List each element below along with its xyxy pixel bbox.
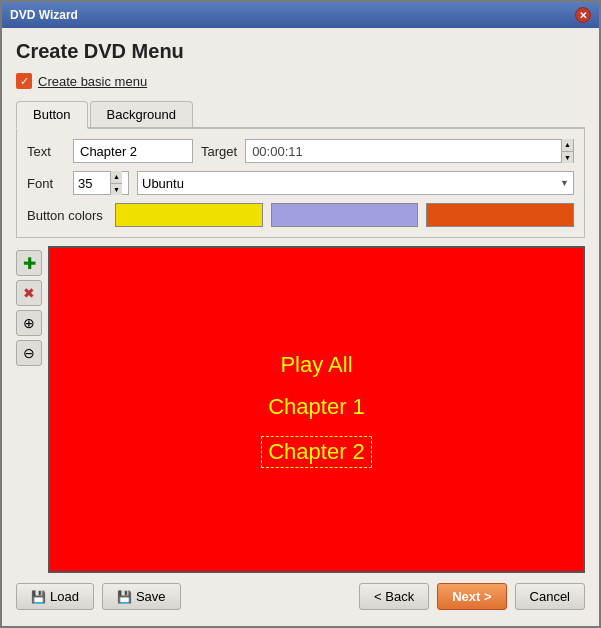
font-size-input[interactable] bbox=[74, 173, 110, 194]
next-label: Next > bbox=[452, 589, 491, 604]
zoom-out-tool[interactable]: ⊖ bbox=[16, 340, 42, 366]
text-input[interactable] bbox=[73, 139, 193, 163]
delete-button-tool[interactable]: ✖ bbox=[16, 280, 42, 306]
page-title: Create DVD Menu bbox=[16, 40, 585, 63]
target-label: Target bbox=[201, 144, 237, 159]
main-area: ✚ ✖ ⊕ ⊖ Play All Chapter 1 Chapter 2 bbox=[16, 246, 585, 573]
font-select-wrap: Ubuntu ▼ bbox=[137, 171, 574, 195]
color-swatch-2[interactable] bbox=[271, 203, 419, 227]
font-row: Font ▲ ▼ Ubuntu ▼ bbox=[27, 171, 574, 195]
tab-bar: Button Background bbox=[16, 101, 585, 129]
target-input[interactable] bbox=[246, 141, 561, 162]
preview-area: Play All Chapter 1 Chapter 2 bbox=[48, 246, 585, 573]
load-button[interactable]: 💾 Load bbox=[16, 583, 94, 610]
create-menu-row: ✓ Create basic menu bbox=[16, 73, 585, 89]
font-label: Font bbox=[27, 176, 65, 191]
cancel-button[interactable]: Cancel bbox=[515, 583, 585, 610]
main-content: Create DVD Menu ✓ Create basic menu Butt… bbox=[2, 28, 599, 626]
font-size-wrap: ▲ ▼ bbox=[73, 171, 129, 195]
sidebar-tools: ✚ ✖ ⊕ ⊖ bbox=[16, 246, 48, 573]
target-spin-down[interactable]: ▼ bbox=[562, 152, 573, 164]
create-menu-label: Create basic menu bbox=[38, 74, 147, 89]
footer-left: 💾 Load 💾 Save bbox=[16, 583, 181, 610]
save-icon: 💾 bbox=[117, 590, 132, 604]
font-spin-down[interactable]: ▼ bbox=[111, 184, 122, 196]
window-title: DVD Wizard bbox=[10, 8, 78, 22]
close-button[interactable]: ✕ bbox=[575, 7, 591, 23]
save-label: Save bbox=[136, 589, 166, 604]
font-spin-btns: ▲ ▼ bbox=[110, 171, 122, 195]
preview-chapter-1[interactable]: Chapter 1 bbox=[268, 394, 365, 420]
preview-chapter-2[interactable]: Chapter 2 bbox=[261, 436, 372, 468]
font-dropdown-arrow: ▼ bbox=[556, 178, 573, 188]
create-menu-checkbox[interactable]: ✓ bbox=[16, 73, 32, 89]
button-colors-row: Button colors bbox=[27, 203, 574, 227]
back-button[interactable]: < Back bbox=[359, 583, 429, 610]
font-spin-up[interactable]: ▲ bbox=[111, 171, 122, 184]
text-row: Text Target ▲ ▼ bbox=[27, 139, 574, 163]
target-spin-btns: ▲ ▼ bbox=[561, 139, 573, 163]
next-button[interactable]: Next > bbox=[437, 583, 506, 610]
add-button-tool[interactable]: ✚ bbox=[16, 250, 42, 276]
save-button[interactable]: 💾 Save bbox=[102, 583, 181, 610]
footer-buttons: 💾 Load 💾 Save < Back Next > Cancel bbox=[16, 573, 585, 614]
back-label: < Back bbox=[374, 589, 414, 604]
color-swatch-1[interactable] bbox=[115, 203, 263, 227]
preview-play-all[interactable]: Play All bbox=[280, 352, 352, 378]
color-swatch-3[interactable] bbox=[426, 203, 574, 227]
target-spin-up[interactable]: ▲ bbox=[562, 139, 573, 152]
zoom-in-tool[interactable]: ⊕ bbox=[16, 310, 42, 336]
font-select[interactable]: Ubuntu bbox=[138, 176, 556, 191]
titlebar: DVD Wizard ✕ bbox=[2, 2, 599, 28]
tab-content-button: Text Target ▲ ▼ Font ▲ ▼ bbox=[16, 129, 585, 238]
cancel-label: Cancel bbox=[530, 589, 570, 604]
load-label: Load bbox=[50, 589, 79, 604]
target-input-wrap: ▲ ▼ bbox=[245, 139, 574, 163]
dvd-wizard-window: DVD Wizard ✕ Create DVD Menu ✓ Create ba… bbox=[0, 0, 601, 628]
text-label: Text bbox=[27, 144, 65, 159]
tab-button[interactable]: Button bbox=[16, 101, 88, 129]
footer-right: < Back Next > Cancel bbox=[359, 583, 585, 610]
btn-colors-label: Button colors bbox=[27, 208, 107, 223]
preview-canvas: Play All Chapter 1 Chapter 2 bbox=[50, 248, 583, 571]
tab-background[interactable]: Background bbox=[90, 101, 193, 127]
load-icon: 💾 bbox=[31, 590, 46, 604]
